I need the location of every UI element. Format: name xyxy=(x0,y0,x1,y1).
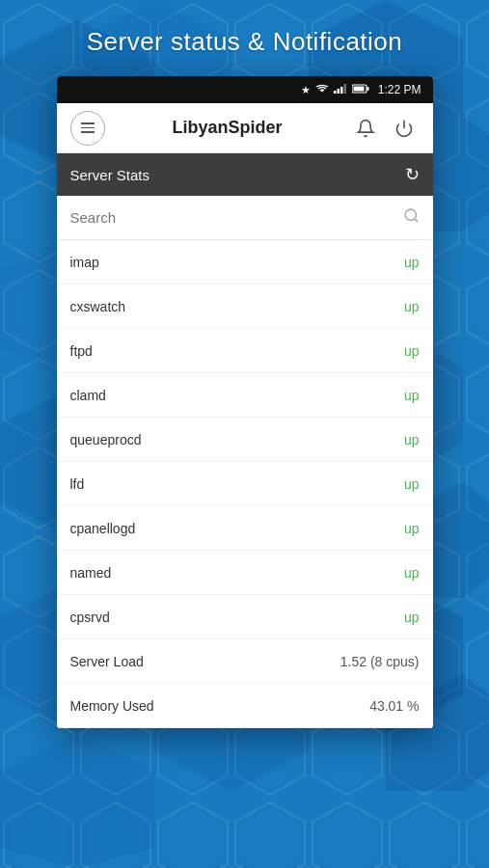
title-part1: Libyan xyxy=(172,118,228,137)
app-bar-actions xyxy=(350,113,420,144)
stat-name: cpanellogd xyxy=(70,521,136,536)
app-bar-title: LibyanSpider xyxy=(105,118,350,138)
stat-row[interactable]: cpsrvdup xyxy=(57,595,433,639)
power-button[interactable] xyxy=(389,113,420,144)
svg-rect-28 xyxy=(353,87,364,92)
app-bar: LibyanSpider xyxy=(57,103,433,153)
stat-row[interactable]: Server Load1.52 (8 cpus) xyxy=(57,639,433,684)
stat-row[interactable]: queueprocdup xyxy=(57,418,433,462)
stat-value: up xyxy=(404,299,420,314)
status-icons: ★ xyxy=(301,83,421,96)
stat-name: imap xyxy=(70,255,99,270)
search-input[interactable] xyxy=(70,209,403,226)
stats-list: imapupcxswatchupftpdupclamdupqueueprocdu… xyxy=(57,240,433,728)
svg-line-31 xyxy=(414,219,417,222)
stat-value: up xyxy=(404,476,420,492)
stat-row[interactable]: cxswatchup xyxy=(57,285,433,329)
stat-value: up xyxy=(404,343,420,359)
stat-value: up xyxy=(404,432,420,448)
app-title-area: Server status & Notification xyxy=(0,0,489,76)
svg-point-30 xyxy=(405,209,416,220)
stat-row[interactable]: clamdup xyxy=(57,373,433,418)
battery-icon xyxy=(352,84,369,95)
svg-rect-24 xyxy=(340,87,343,94)
bluetooth-icon: ★ xyxy=(301,84,311,96)
signal-icon xyxy=(334,84,347,95)
stat-name: cxswatch xyxy=(70,299,126,314)
status-time: 1:22 PM xyxy=(378,83,421,96)
stat-row[interactable]: cpanellogdup xyxy=(57,506,433,551)
stat-value: 1.52 (8 cpus) xyxy=(340,654,420,669)
status-bar: ★ xyxy=(57,76,433,103)
stat-row[interactable]: Memory Used43.01 % xyxy=(57,684,433,728)
stat-value: 43.01 % xyxy=(369,698,419,714)
notification-button[interactable] xyxy=(350,113,381,144)
menu-button[interactable] xyxy=(70,111,105,146)
stat-row[interactable]: imapup xyxy=(57,240,433,285)
stat-name: Server Load xyxy=(70,654,144,669)
stat-name: cpsrvd xyxy=(70,610,110,625)
stat-value: up xyxy=(404,388,420,403)
phone-mockup: ★ xyxy=(57,76,433,728)
title-part2: Spider xyxy=(229,118,283,137)
refresh-button[interactable]: ↻ xyxy=(405,164,420,185)
stat-name: named xyxy=(70,565,112,581)
stat-row[interactable]: lfdup xyxy=(57,462,433,506)
stat-row[interactable]: namedup xyxy=(57,551,433,595)
stat-value: up xyxy=(404,565,420,581)
stat-row[interactable]: ftpdup xyxy=(57,329,433,373)
wifi-icon xyxy=(315,84,329,95)
hamburger-icon xyxy=(81,122,95,133)
search-icon xyxy=(403,207,420,228)
stat-name: Memory Used xyxy=(70,698,154,714)
stat-name: clamd xyxy=(70,388,106,403)
app-title: Server status & Notification xyxy=(29,27,460,57)
svg-rect-22 xyxy=(334,91,337,94)
stat-name: queueprocd xyxy=(70,432,142,448)
svg-rect-23 xyxy=(337,89,340,94)
search-bar xyxy=(57,196,433,240)
stat-name: ftpd xyxy=(70,343,93,359)
section-title: Server Stats xyxy=(70,167,150,183)
svg-rect-27 xyxy=(367,87,368,91)
stat-value: up xyxy=(404,255,420,270)
stat-value: up xyxy=(404,521,420,536)
stat-name: lfd xyxy=(70,476,85,492)
stat-value: up xyxy=(404,610,420,625)
svg-rect-25 xyxy=(343,84,346,94)
section-header: Server Stats ↻ xyxy=(57,153,433,196)
